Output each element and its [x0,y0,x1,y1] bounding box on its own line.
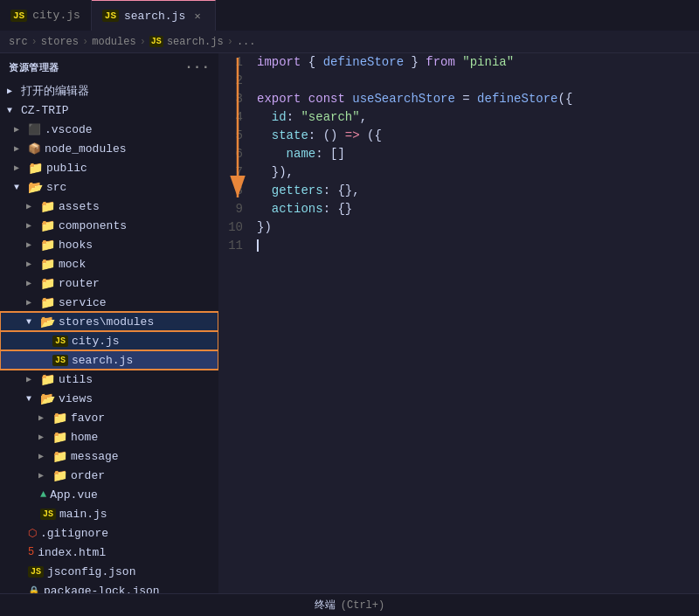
code-line-11: 11 [218,237,699,255]
sidebar-item-src[interactable]: ▼ 📂 src [0,177,218,197]
mock-arrow: ▶ [26,259,37,269]
breadcrumb-sep3: › [140,36,146,48]
breadcrumb-searchjs[interactable]: search.js [167,36,224,48]
breadcrumb-stores[interactable]: stores [41,36,79,48]
tab-search[interactable]: JS search.js ✕ [92,0,216,31]
breadcrumb-modules[interactable]: modules [92,36,135,48]
sidebar-item-vscode[interactable]: ▶ ⬛ .vscode [0,120,218,139]
favor-label: favor [71,412,105,425]
utils-label: utils [59,373,93,386]
code-line-10: 10 }) [218,218,699,237]
sidebar-item-message[interactable]: ▶ 📁 message [0,446,218,466]
sidebar-item-assets[interactable]: ▶ 📁 assets [0,197,218,216]
breadcrumb-sep1: › [31,36,38,48]
sidebar-item-public[interactable]: ▶ 📁 public [0,158,218,177]
searchjs-icon: JS [52,355,68,366]
vscode-icon: ⬛ [28,123,41,136]
js-icon-city: JS [10,10,27,22]
code-line-6: 6 name: [] [218,145,699,163]
breadcrumb-ellipsis: ... [237,36,256,48]
sidebar-item-components[interactable]: ▶ 📁 components [0,216,218,235]
line-content-1: import { defineStore } from "pinia" [253,53,699,72]
sidebar-item-indexhtml[interactable]: ▶ 5 index.html [0,543,218,562]
sidebar-item-mainjs[interactable]: ▶ JS main.js [0,504,218,523]
packagelock-label: package-lock.json [44,585,160,594]
sidebar-item-appvue[interactable]: ▶ ▲ App.vue [0,485,218,504]
open-editors-arrow: ▶ [7,86,17,96]
node-modules-icon: 📦 [28,142,41,156]
line-num-9: 9 [218,200,253,218]
assets-arrow: ▶ [26,201,37,211]
root-label: CZ-TRIP [21,104,69,117]
sidebar-item-views[interactable]: ▼ 📂 views [0,389,218,408]
views-icon: 📂 [40,391,55,406]
stores-arrow: ▼ [26,317,37,327]
sidebar-root[interactable]: ▼ CZ-TRIP [0,100,218,120]
breadcrumb-sep4: › [227,36,233,48]
status-shortcut: (Ctrl+) [341,599,384,612]
favor-arrow: ▶ [38,412,49,423]
code-line-8: 8 getters: {}, [218,182,699,200]
indexhtml-label: index.html [38,546,106,559]
cityjs-label: city.js [72,335,120,348]
code-line-7: 7 }), [218,163,699,182]
searchjs-label: search.js [72,354,133,367]
router-icon: 📁 [40,276,55,291]
main-layout: 资源管理器 ··· ▶ 打开的编辑器 ▼ CZ-TRIP ▶ ⬛ .vscode… [0,53,699,593]
root-arrow: ▼ [7,106,17,115]
tab-city[interactable]: JS city.js [0,0,92,31]
sidebar-item-mock[interactable]: ▶ 📁 mock [0,254,218,273]
status-label[interactable]: 终端 [315,598,336,613]
sidebar-open-editors[interactable]: ▶ 打开的编辑器 [0,81,218,100]
line-num-3: 3 [218,90,253,108]
src-label: src [46,181,66,194]
sidebar-item-gitignore[interactable]: ▶ ⬡ .gitignore [0,523,218,543]
breadcrumb-src[interactable]: src [9,36,28,48]
sidebar-more-button[interactable]: ··· [184,59,210,75]
line-content-11 [253,237,699,255]
line-num-5: 5 [218,127,253,145]
line-content-4: id: "search", [253,108,699,127]
components-arrow: ▶ [26,220,37,231]
service-icon: 📁 [40,295,55,310]
jsconfig-icon: JS [28,566,44,578]
hooks-arrow: ▶ [26,239,37,250]
src-arrow: ▼ [14,183,24,192]
sidebar-item-node-modules[interactable]: ▶ 📦 node_modules [0,139,218,158]
sidebar-item-stores[interactable]: ▼ 📂 stores\modules [0,312,218,331]
home-label: home [71,431,98,444]
sidebar-item-home[interactable]: ▶ 📁 home [0,427,218,446]
code-line-5: 5 state: () => ({ [218,127,699,145]
code-line-9: 9 actions: {} [218,200,699,218]
views-label: views [59,392,93,405]
order-arrow: ▶ [38,470,49,481]
tab-close-button[interactable]: ✕ [190,9,204,23]
status-bar: 终端 (Ctrl+) [0,593,699,616]
open-editors-label: 打开的编辑器 [21,83,89,99]
sidebar-item-searchjs[interactable]: ▶ JS search.js [0,350,218,370]
sidebar-item-router[interactable]: ▶ 📁 router [0,273,218,293]
line-num-11: 11 [218,237,253,255]
sidebar-item-service[interactable]: ▶ 📁 service [0,293,218,312]
vscode-arrow: ▶ [14,124,24,135]
appvue-icon: ▲ [40,488,46,501]
views-arrow: ▼ [26,394,37,404]
code-line-4: 4 id: "search", [218,108,699,127]
code-area[interactable]: 1 import { defineStore } from "pinia" 2 … [218,53,699,593]
sidebar-item-utils[interactable]: ▶ 📁 utils [0,370,218,389]
public-arrow: ▶ [14,163,24,173]
node-modules-label: node_modules [45,142,127,156]
mock-label: mock [59,258,86,271]
code-line-2: 2 [218,72,699,90]
sidebar-item-hooks[interactable]: ▶ 📁 hooks [0,235,218,254]
sidebar-item-jsconfig[interactable]: ▶ JS jsconfig.json [0,562,218,581]
sidebar-item-favor[interactable]: ▶ 📁 favor [0,408,218,427]
sidebar-item-order[interactable]: ▶ 📁 order [0,466,218,485]
tab-bar: JS city.js JS search.js ✕ [0,0,699,31]
line-num-2: 2 [218,72,253,90]
sidebar-item-cityjs[interactable]: ▶ JS city.js [0,331,218,350]
line-content-8: getters: {}, [253,182,699,200]
jsconfig-label: jsconfig.json [47,565,135,578]
assets-label: assets [59,200,100,213]
sidebar-item-packagelock[interactable]: ▶ 🔒 package-lock.json [0,581,218,593]
